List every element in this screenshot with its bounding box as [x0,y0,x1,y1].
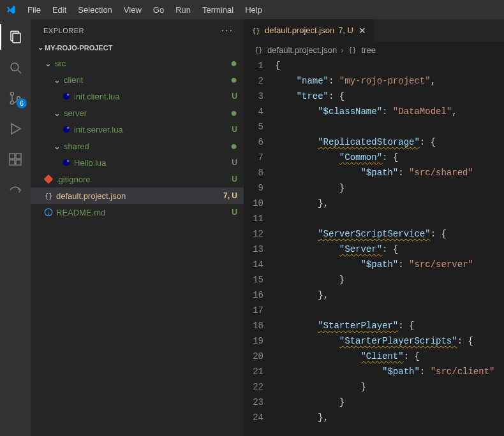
chevron-right-icon: › [341,45,343,55]
git-status: U [232,208,237,217]
git-file-icon [43,174,54,184]
menu-file[interactable]: File [22,3,47,17]
git-status: U [232,92,237,101]
svg-point-12 [67,94,70,96]
activity-search[interactable] [0,55,31,80]
menu-help[interactable]: Help [239,3,268,17]
svg-point-4 [11,92,14,96]
svg-rect-7 [10,154,15,159]
file-label: init.server.lua [74,125,123,134]
svg-line-3 [18,70,21,73]
svg-rect-10 [16,160,21,165]
activity-bar: 6 [0,19,31,436]
breadcrumb-node: tree [361,45,375,55]
menubar: FileEditSelectionViewGoRunTerminalHelp [0,0,504,19]
tab-label: default.project.json [265,25,334,35]
activity-explorer[interactable] [0,24,31,50]
svg-point-14 [67,127,70,129]
breadcrumb-file: default.project.json [267,45,337,55]
close-icon[interactable]: ✕ [357,24,367,37]
menu-view[interactable]: View [118,3,147,17]
folder-server[interactable]: ⌄ server ● [31,105,244,121]
lua-file-icon [61,91,71,101]
scm-badge: 6 [17,98,27,108]
svg-point-5 [11,101,14,105]
tab-default-project[interactable]: {} default.project.json 7, U ✕ [244,19,374,41]
file-tree: ⌄ src ● ⌄ client ● init.client.lua U ⌄ s… [31,54,244,222]
line-number-gutter: 123456789101112131415161718192021222324 [244,58,275,436]
file-label: init.client.lua [74,92,120,101]
menu-run[interactable]: Run [170,3,196,17]
json-node-icon: {} [347,45,357,55]
svg-text:{}: {} [348,46,357,54]
menu-terminal[interactable]: Terminal [196,3,239,17]
chevron-down-icon: ⌄ [36,43,45,52]
explorer-title: EXPLORER [43,27,84,34]
project-root[interactable]: ⌄ MY-ROJO-PROJECT [31,41,244,54]
json-file-icon: {} [253,45,263,55]
file-hello-lua[interactable]: Hello.lua U [31,154,244,171]
svg-text:i: i [47,210,49,216]
folder-label: client [64,75,83,85]
file-label: README.md [56,208,105,217]
svg-text:{}: {} [45,192,53,200]
svg-rect-9 [10,160,15,165]
activity-live-share[interactable] [0,177,31,203]
lua-file-icon [61,157,71,168]
folder-label: shared [64,142,89,151]
file-readme[interactable]: i README.md U [31,204,244,221]
chevron-down-icon: ⌄ [52,75,61,85]
file-label: Hello.lua [74,158,107,168]
breadcrumbs[interactable]: {} default.project.json › {} tree [244,41,504,58]
svg-rect-17 [44,175,53,184]
lua-file-icon [61,124,71,134]
svg-text:{}: {} [252,26,260,34]
folder-label: server [64,108,87,118]
folder-label: src [55,59,66,68]
explorer-more-icon[interactable]: ··· [221,25,233,36]
editor-area: {} default.project.json 7, U ✕ {} defaul… [244,19,504,436]
code-editor[interactable]: 123456789101112131415161718192021222324 … [244,58,504,436]
file-gitignore[interactable]: .gitignore U [31,171,244,187]
chevron-down-icon: ⌄ [43,59,52,68]
git-status: U [232,125,237,134]
menu-go[interactable]: Go [147,3,170,17]
activity-source-control[interactable]: 6 [0,85,31,111]
folder-shared[interactable]: ⌄ shared ● [31,138,244,154]
info-file-icon: i [43,207,54,217]
svg-rect-8 [16,154,21,159]
svg-text:{}: {} [255,46,263,54]
chevron-down-icon: ⌄ [52,108,61,118]
git-status: U [232,175,237,184]
json-file-icon: {} [43,191,54,201]
vscode-icon [5,4,17,15]
json-file-icon: {} [251,25,261,36]
svg-point-16 [67,160,70,163]
svg-rect-1 [13,33,20,43]
svg-point-2 [11,63,19,71]
git-status: U [232,158,237,167]
menu-selection[interactable]: Selection [72,3,117,17]
file-label: .gitignore [56,175,90,184]
file-label: default.project.json [56,191,126,201]
activity-extensions[interactable] [0,147,31,172]
explorer-sidebar: EXPLORER ··· ⌄ MY-ROJO-PROJECT ⌄ src ● ⌄… [31,19,244,436]
file-init-server[interactable]: init.server.lua U [31,121,244,138]
project-name: MY-ROJO-PROJECT [45,44,112,52]
code-content[interactable]: { "name": "my-rojo-project", "tree": { "… [275,58,504,436]
tab-bar: {} default.project.json 7, U ✕ [244,19,504,41]
tab-git-status: 7, U [338,25,353,35]
activity-run-debug[interactable] [0,116,31,142]
chevron-down-icon: ⌄ [52,142,61,151]
explorer-header: EXPLORER ··· [31,19,244,41]
folder-client[interactable]: ⌄ client ● [31,71,244,88]
git-status: 7, U [223,191,237,200]
menu-edit[interactable]: Edit [47,3,72,17]
file-init-client[interactable]: init.client.lua U [31,88,244,105]
folder-src[interactable]: ⌄ src ● [31,55,244,71]
file-default-project[interactable]: {} default.project.json 7, U [31,187,244,204]
